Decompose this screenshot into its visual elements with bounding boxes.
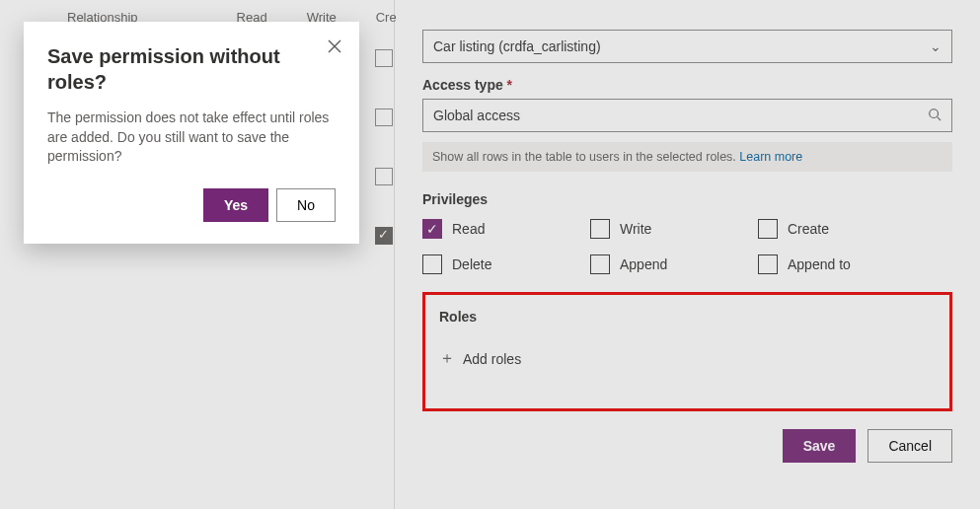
dialog-title: Save permission without roles? xyxy=(47,43,336,95)
yes-button[interactable]: Yes xyxy=(203,188,268,222)
close-button[interactable] xyxy=(328,39,341,57)
dialog-body: The permission does not take effect unti… xyxy=(47,109,336,167)
close-icon xyxy=(328,39,341,53)
no-button[interactable]: No xyxy=(276,188,336,222)
confirm-dialog: Save permission without roles? The permi… xyxy=(24,22,359,244)
